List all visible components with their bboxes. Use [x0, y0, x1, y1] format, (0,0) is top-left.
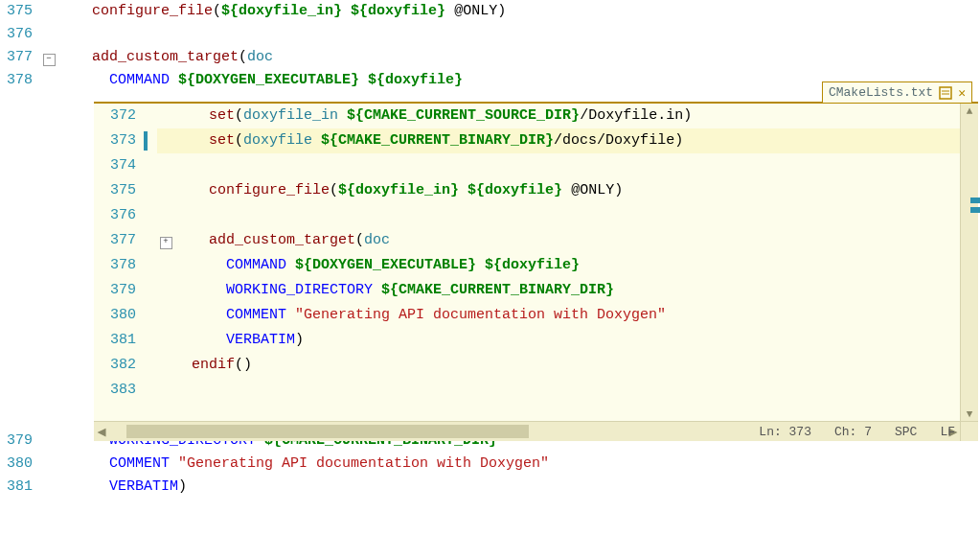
line-number: 372	[94, 104, 144, 128]
line-number: 380	[0, 453, 40, 476]
scroll-down-icon[interactable]: ▼	[961, 407, 978, 422]
fold-gutter[interactable]	[157, 128, 174, 153]
breakpoint-margin-mark	[144, 131, 148, 151]
margin[interactable]	[144, 278, 157, 303]
fold-gutter[interactable]	[157, 378, 174, 403]
code-line[interactable]: 375 configure_file(${doxyfile_in} ${doxy…	[0, 0, 980, 23]
margin[interactable]	[144, 203, 157, 228]
file-icon	[939, 86, 952, 100]
fold-gutter[interactable]: +	[157, 228, 174, 253]
fold-gutter[interactable]	[157, 104, 174, 128]
line-number: 382	[94, 353, 144, 378]
svg-rect-0	[940, 87, 951, 99]
fold-gutter[interactable]	[157, 253, 174, 278]
fold-gutter[interactable]: −	[40, 46, 57, 69]
code-line[interactable]: 375 configure_file(${doxyfile_in} ${doxy…	[94, 178, 961, 203]
fold-gutter[interactable]	[157, 353, 174, 378]
code-line[interactable]: 381 VERBATIM)	[0, 476, 980, 499]
hscroll-thumb[interactable]	[126, 425, 529, 438]
peek-definition-panel: CMakeLists.txt ✕ 372 set(doxyfile_in ${C…	[94, 102, 978, 441]
fold-gutter[interactable]	[157, 303, 174, 328]
code-line[interactable]: 374	[94, 153, 961, 178]
code-line[interactable]: 377 + add_custom_target(doc	[94, 228, 961, 253]
margin[interactable]	[144, 253, 157, 278]
fold-gutter[interactable]	[157, 203, 174, 228]
margin[interactable]	[144, 353, 157, 378]
peek-statusbar: Ln: 373 Ch: 7 SPC LF	[759, 425, 955, 439]
margin[interactable]	[144, 128, 157, 153]
margin[interactable]	[144, 228, 157, 253]
line-number: 379	[94, 278, 144, 303]
line-number: 376	[94, 203, 144, 228]
status-eol: LF	[940, 425, 955, 439]
margin[interactable]	[144, 104, 157, 128]
line-number: 378	[0, 69, 40, 92]
code-line[interactable]: 380 COMMENT "Generating API documentatio…	[94, 303, 961, 328]
scroll-left-icon[interactable]: ◀	[94, 423, 109, 441]
line-number: 377	[0, 46, 40, 69]
line-number: 375	[94, 178, 144, 203]
code-line[interactable]: 381 VERBATIM)	[94, 328, 961, 353]
line-number: 377	[94, 228, 144, 253]
margin[interactable]	[144, 153, 157, 178]
status-line: Ln: 373	[759, 425, 811, 439]
status-indent: SPC	[895, 425, 917, 439]
line-number: 378	[94, 253, 144, 278]
code-line[interactable]: 382 endif()	[94, 353, 961, 378]
fold-gutter[interactable]	[157, 278, 174, 303]
fold-toggle[interactable]: −	[43, 54, 56, 66]
code-line[interactable]: 380 COMMENT "Generating API documentatio…	[0, 453, 980, 476]
code-line[interactable]: 379 WORKING_DIRECTORY ${CMAKE_CURRENT_BI…	[94, 278, 961, 303]
line-number: 374	[94, 153, 144, 178]
code-line[interactable]: 378 COMMAND ${DOXYGEN_EXECUTABLE} ${doxy…	[94, 253, 961, 278]
status-col: Ch: 7	[834, 425, 872, 439]
fold-gutter[interactable]	[157, 178, 174, 203]
peek-code-area[interactable]: 372 set(doxyfile_in ${CMAKE_CURRENT_SOUR…	[94, 104, 961, 420]
line-number: 380	[94, 303, 144, 328]
scroll-up-icon[interactable]: ▲	[961, 104, 978, 119]
margin[interactable]	[144, 328, 157, 353]
code-line[interactable]: 372 set(doxyfile_in ${CMAKE_CURRENT_SOUR…	[94, 104, 961, 128]
line-number: 381	[0, 476, 40, 499]
code-line[interactable]: 383	[94, 378, 961, 403]
code-line[interactable]: 376	[94, 203, 961, 228]
fold-toggle[interactable]: +	[160, 237, 172, 249]
line-number: 375	[0, 0, 40, 23]
line-number: 381	[94, 328, 144, 353]
scrollbar-corner	[960, 421, 978, 441]
code-line[interactable]: 377 − add_custom_target(doc	[0, 46, 980, 69]
code-line[interactable]: 373 set(doxyfile ${CMAKE_CURRENT_BINARY_…	[94, 128, 961, 153]
fold-gutter[interactable]	[157, 153, 174, 178]
fold-gutter[interactable]	[157, 328, 174, 353]
margin[interactable]	[144, 303, 157, 328]
peek-tab[interactable]: CMakeLists.txt ✕	[822, 81, 972, 103]
margin[interactable]	[144, 378, 157, 403]
line-number: 376	[0, 23, 40, 46]
peek-vertical-scrollbar[interactable]: ▲ ▼	[960, 104, 978, 422]
peek-tab-title: CMakeLists.txt	[829, 85, 933, 100]
line-number: 383	[94, 378, 144, 403]
line-number: 379	[0, 430, 40, 453]
line-number: 373	[94, 128, 144, 153]
code-line[interactable]: 376	[0, 23, 980, 46]
margin[interactable]	[144, 178, 157, 203]
close-icon[interactable]: ✕	[958, 85, 966, 101]
